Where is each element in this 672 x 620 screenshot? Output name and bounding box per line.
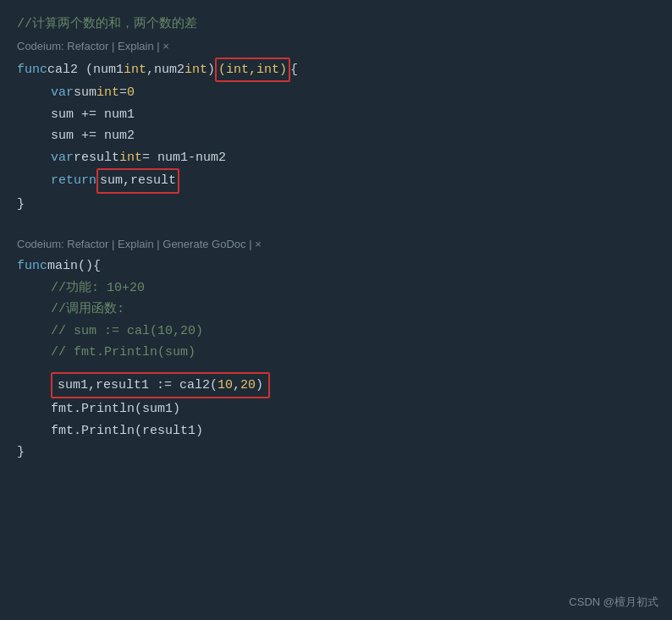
var-kw-1: var xyxy=(51,82,74,104)
comment-text-1: //计算两个数的和，两个数的差 xyxy=(17,14,197,36)
close-link-2[interactable]: × xyxy=(255,238,262,250)
sum-plus-num1: sum += num1 xyxy=(17,104,655,126)
int-type-2: int xyxy=(119,147,142,169)
comment-sum-cal-text: // sum := cal(10,20) xyxy=(51,321,203,343)
sum1-line-highlight: sum1,result1 := cal2(10,20) xyxy=(51,372,270,399)
refactor-link-2[interactable]: Refactor xyxy=(67,238,108,250)
comment-fmt-sum-text: // fmt.Println(sum) xyxy=(51,342,196,364)
godoc-link[interactable]: Generate GoDoc xyxy=(162,238,245,250)
comment-line-1: //计算两个数的和，两个数的差 xyxy=(17,14,655,36)
close-brace-1: } xyxy=(17,194,655,216)
fmt-result1-line: fmt.Println(result1) xyxy=(17,420,655,442)
close-brace-text-1: } xyxy=(17,194,25,216)
result-name: result xyxy=(74,147,119,169)
sum-plus-num2-text: sum += num2 xyxy=(51,125,135,147)
func-name-1: cal2 (num1 xyxy=(47,59,124,81)
func-keyword-2: func xyxy=(17,255,47,277)
comment-diaoyong: //调用函数: xyxy=(17,299,655,321)
num-10: 10 xyxy=(218,378,233,392)
return-type-highlight: (int,int) xyxy=(215,58,290,83)
comma-20: , xyxy=(233,378,240,392)
paren-close-1: ) xyxy=(207,59,215,81)
small-gap xyxy=(17,364,655,372)
comma-num2: ,num2 xyxy=(146,59,185,81)
return-line: return sum,result xyxy=(17,168,655,194)
type-int-1: int xyxy=(124,59,146,81)
func-main-line: func main(){ xyxy=(17,255,655,277)
result-expr: = num1-num2 xyxy=(142,147,226,169)
return-type-text: (int,int) xyxy=(218,63,287,77)
explain-link-1[interactable]: Explain xyxy=(118,40,154,52)
explain-link-2[interactable]: Explain xyxy=(118,238,154,250)
return-value-text: sum,result xyxy=(100,173,176,188)
open-brace-1: { xyxy=(290,59,298,81)
refactor-link-1[interactable]: Refactor xyxy=(67,40,108,52)
type-int-2: int xyxy=(185,59,207,81)
var-kw-2: var xyxy=(51,147,74,169)
main-name: main(){ xyxy=(47,255,101,277)
fmt-result1-text: fmt.Println(result1) xyxy=(51,420,203,442)
close-link-1[interactable]: × xyxy=(162,40,169,52)
sum1-text-1: sum1,result1 := cal2( xyxy=(58,378,218,392)
paren-close-2: ) xyxy=(256,378,263,392)
num-zero: 0 xyxy=(127,82,135,104)
return-value-highlight: sum,result xyxy=(96,168,179,194)
comment-gongne: //功能: 10+20 xyxy=(17,277,655,299)
codeium-label-2: Codeium: xyxy=(17,238,67,250)
int-type-1: int xyxy=(96,82,119,104)
var-sum-line: var sum int = 0 xyxy=(17,82,655,104)
equals-0: = xyxy=(119,82,127,104)
codeium-label-1: Codeium: xyxy=(17,40,67,52)
comment-diaoyong-text: //调用函数: xyxy=(51,299,124,321)
comment-gongne-text: //功能: 10+20 xyxy=(51,277,145,299)
sep-1a: | xyxy=(112,40,118,52)
sum-plus-num2: sum += num2 xyxy=(17,125,655,147)
sum-plus-num1-text: sum += num1 xyxy=(51,104,135,126)
fmt-sum1-text: fmt.Println(sum1) xyxy=(51,398,180,420)
close-brace-2: } xyxy=(17,442,655,464)
sum1-result1-line: sum1,result1 := cal2(10,20) xyxy=(17,372,655,399)
num-20: 20 xyxy=(240,378,256,392)
fmt-sum1-line: fmt.Println(sum1) xyxy=(17,398,655,420)
comment-fmt-sum: // fmt.Println(sum) xyxy=(17,342,655,364)
codeium-bar-1[interactable]: Codeium: Refactor | Explain | × xyxy=(17,37,655,56)
return-kw: return xyxy=(51,170,96,192)
var-result-line: var result int = num1-num2 xyxy=(17,147,655,169)
comment-sum-cal: // sum := cal(10,20) xyxy=(17,321,655,343)
codeium-bar-2[interactable]: Codeium: Refactor | Explain | Generate G… xyxy=(17,235,655,254)
sum-name: sum xyxy=(74,82,96,104)
func-keyword-1: func xyxy=(17,59,47,81)
watermark: CSDN @檀月初式 xyxy=(569,595,658,610)
sep-2a: | xyxy=(112,238,118,250)
section-gap xyxy=(17,215,655,233)
func-cal2-line: func cal2 (num1 int ,num2 int ) (int,int… xyxy=(17,58,655,83)
code-editor: //计算两个数的和，两个数的差 Codeium: Refactor | Expl… xyxy=(0,0,672,477)
close-brace-text-2: } xyxy=(17,442,25,464)
